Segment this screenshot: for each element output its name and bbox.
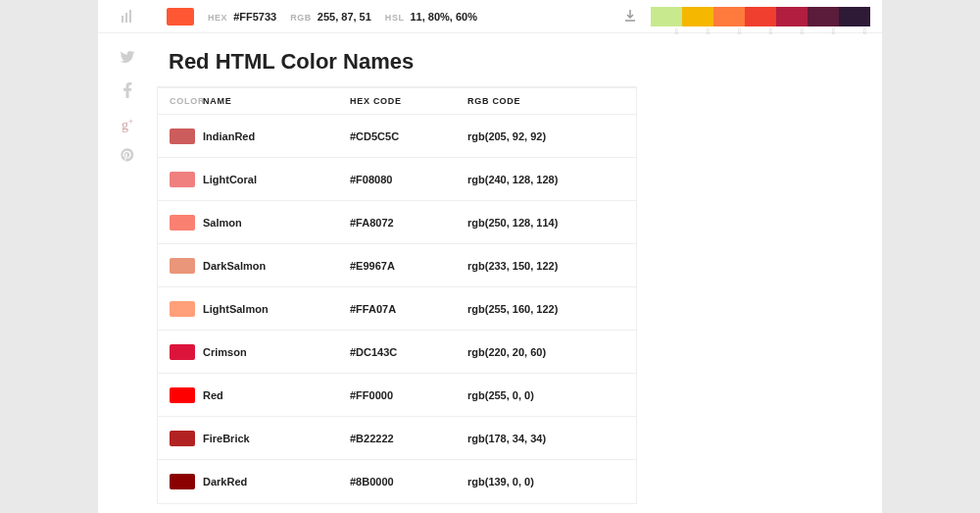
table-row[interactable]: DarkRed#8B0000rgb(139, 0, 0) [158, 460, 636, 503]
row-hex: #FA8072 [350, 217, 467, 229]
row-swatch [158, 301, 203, 317]
row-name: LightSalmon [203, 303, 350, 315]
row-hex: #8B0000 [350, 476, 467, 487]
palette: ⇩⇩⇩⇩⇩⇩⇩ [651, 7, 882, 26]
row-swatch [158, 128, 203, 144]
table-row[interactable]: Salmon#FA8072rgb(250, 128, 114) [158, 201, 636, 244]
hsl-value: 11, 80%, 60% [410, 11, 477, 23]
download-mini-icon[interactable]: ⇩ [767, 27, 774, 36]
row-name: DarkRed [203, 476, 350, 487]
row-name: Salmon [203, 217, 350, 229]
table-row[interactable]: IndianRed#CD5C5Crgb(205, 92, 92) [158, 115, 636, 158]
topbar: HEX #FF5733 RGB 255, 87, 51 HSL 11, 80%,… [98, 0, 882, 33]
row-name: IndianRed [203, 130, 350, 142]
row-swatch [158, 258, 203, 274]
row-swatch [158, 215, 203, 231]
download-mini-icon[interactable]: ⇩ [673, 27, 680, 36]
row-name: FireBrick [203, 433, 350, 444]
rgb-label: RGB [290, 13, 312, 23]
table-row[interactable]: FireBrick#B22222rgb(178, 34, 34) [158, 417, 636, 460]
row-swatch [158, 474, 203, 489]
facebook-icon[interactable] [122, 82, 132, 102]
svg-rect-2 [129, 10, 131, 23]
hex-value: #FF5733 [233, 11, 276, 23]
header-name: NAME [203, 96, 350, 106]
row-hex: #F08080 [350, 174, 467, 185]
main-color-swatch [167, 8, 194, 26]
svg-rect-1 [125, 13, 127, 23]
palette-swatch-6[interactable]: ⇩ [839, 7, 870, 26]
pinterest-icon[interactable] [120, 147, 135, 167]
hsl-label: HSL [385, 13, 405, 23]
hex-label: HEX [208, 13, 227, 23]
row-hex: #DC143C [350, 346, 467, 358]
download-mini-icon[interactable]: ⇩ [799, 27, 806, 36]
rgb-group: RGB 255, 87, 51 [290, 11, 371, 23]
table-header: COLOR NAME HEX CODE RGB CODE [158, 87, 636, 115]
googleplus-icon[interactable]: g+ [122, 116, 133, 133]
row-swatch [158, 431, 203, 446]
row-hex: #FFA07A [350, 303, 467, 315]
download-mini-icon[interactable]: ⇩ [861, 27, 868, 36]
stats-icon[interactable] [98, 10, 157, 24]
palette-swatch-5[interactable]: ⇩ [808, 7, 839, 26]
color-table: COLOR NAME HEX CODE RGB CODE IndianRed#C… [157, 86, 637, 504]
row-rgb: rgb(240, 128, 128) [467, 174, 636, 185]
row-swatch [158, 172, 203, 187]
row-hex: #E9967A [350, 260, 467, 272]
palette-swatch-0[interactable]: ⇩ [651, 7, 682, 26]
twitter-icon[interactable] [120, 49, 135, 69]
share-column: g+ [98, 0, 157, 513]
row-name: Red [203, 389, 350, 401]
row-hex: #FF0000 [350, 389, 467, 401]
row-rgb: rgb(205, 92, 92) [467, 130, 636, 142]
table-row[interactable]: DarkSalmon#E9967Argb(233, 150, 122) [158, 244, 636, 287]
main-panel: Red HTML Color Names COLOR NAME HEX CODE… [157, 0, 637, 513]
header-hex: HEX CODE [350, 96, 467, 106]
row-rgb: rgb(139, 0, 0) [467, 476, 636, 487]
header-color: COLOR [158, 96, 203, 106]
row-rgb: rgb(233, 150, 122) [467, 260, 636, 272]
row-rgb: rgb(255, 160, 122) [467, 303, 636, 315]
hex-group: HEX #FF5733 [208, 11, 276, 23]
row-name: Crimson [203, 346, 350, 358]
row-name: DarkSalmon [203, 260, 350, 272]
row-swatch [158, 344, 203, 360]
table-row[interactable]: LightSalmon#FFA07Argb(255, 160, 122) [158, 287, 636, 331]
row-name: LightCoral [203, 174, 350, 185]
download-mini-icon[interactable]: ⇩ [736, 27, 743, 36]
hsl-group: HSL 11, 80%, 60% [385, 11, 477, 23]
row-hex: #B22222 [350, 433, 467, 444]
row-rgb: rgb(220, 20, 60) [467, 346, 636, 358]
palette-swatch-1[interactable]: ⇩ [682, 7, 713, 26]
rgb-value: 255, 87, 51 [318, 11, 371, 23]
row-rgb: rgb(255, 0, 0) [467, 389, 636, 401]
table-row[interactable]: LightCoral#F08080rgb(240, 128, 128) [158, 158, 636, 201]
header-rgb: RGB CODE [467, 96, 636, 106]
download-mini-icon[interactable]: ⇩ [705, 27, 711, 36]
palette-swatch-4[interactable]: ⇩ [776, 7, 808, 26]
palette-swatch-3[interactable]: ⇩ [745, 7, 776, 26]
row-hex: #CD5C5C [350, 130, 467, 142]
table-row[interactable]: Red#FF0000rgb(255, 0, 0) [158, 374, 636, 417]
row-rgb: rgb(250, 128, 114) [467, 217, 636, 229]
palette-swatch-2[interactable]: ⇩ [713, 7, 745, 26]
row-rgb: rgb(178, 34, 34) [467, 433, 636, 444]
page-title: Red HTML Color Names [157, 43, 637, 86]
download-mini-icon[interactable]: ⇩ [830, 27, 837, 36]
svg-rect-0 [122, 16, 123, 23]
row-swatch [158, 387, 203, 403]
table-row[interactable]: Crimson#DC143Crgb(220, 20, 60) [158, 331, 636, 374]
download-icon[interactable] [610, 9, 651, 25]
